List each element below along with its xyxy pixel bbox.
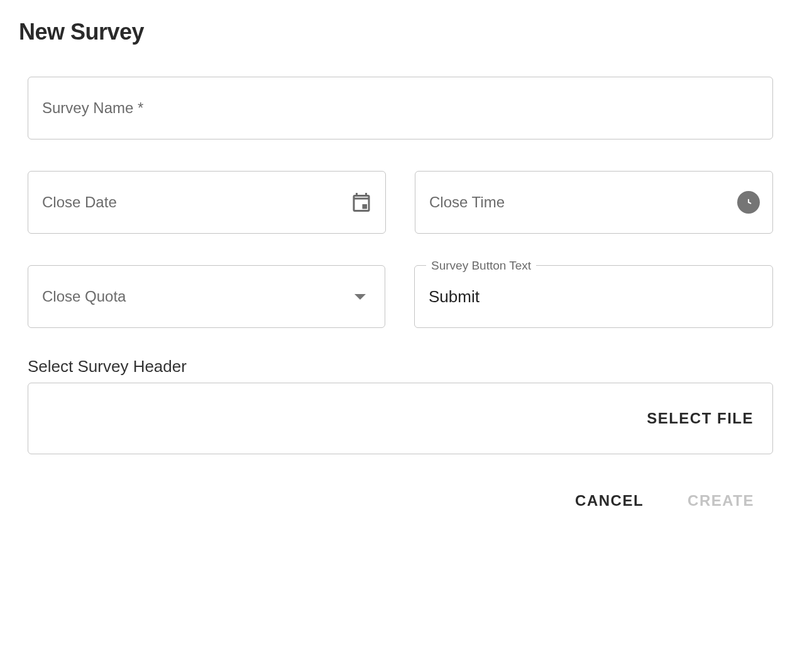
close-quota-field[interactable]: Close Quota (28, 265, 385, 328)
page-title: New Survey (19, 19, 773, 45)
close-date-field[interactable]: Close Date (28, 171, 386, 234)
select-file-button[interactable]: SELECT FILE (647, 410, 754, 427)
select-survey-header-label: Select Survey Header (19, 357, 773, 376)
row-close-datetime: Close Date Close Time (28, 171, 773, 234)
actions-row: CANCEL CREATE (19, 492, 773, 510)
close-time-field[interactable]: Close Time (415, 171, 773, 234)
cancel-button[interactable]: CANCEL (575, 492, 644, 510)
new-survey-form: New Survey Survey Name * Close Date (19, 19, 773, 510)
form-grid: Survey Name * Close Date Close Time (19, 77, 773, 328)
row-survey-name: Survey Name * (28, 77, 773, 139)
create-button[interactable]: CREATE (688, 492, 754, 510)
file-select-box[interactable]: SELECT FILE (28, 383, 773, 454)
row-quota-button: Close Quota Survey Button Text Submit (28, 265, 773, 328)
survey-header-section: Select Survey Header SELECT FILE (19, 357, 773, 454)
survey-button-text-field[interactable]: Survey Button Text Submit (414, 265, 773, 328)
survey-name-field[interactable]: Survey Name * (28, 77, 773, 139)
